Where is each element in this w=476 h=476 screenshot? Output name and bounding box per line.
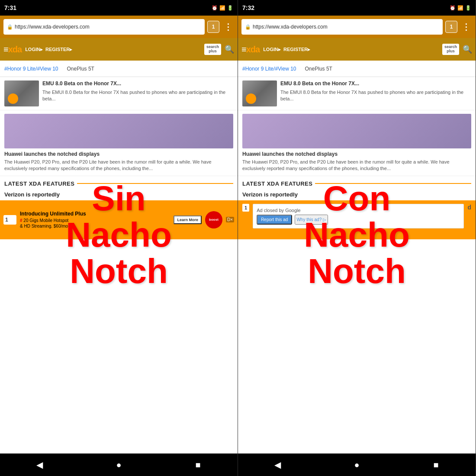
section-title-right: LATEST XDA FEATURES [242,180,312,187]
ad-line2-left: # 20 Gigs Mobile Hotspot [20,218,170,223]
status-bar-left: 7:31 ⏰ 📶 🔋 [0,0,238,16]
nav-bar-left: ≡xda LOGIN▸ REGISTER▸ searchplus 🔍 [0,38,238,61]
article-img-2-left [4,114,233,148]
search-icon-left[interactable]: 🔍 [225,45,234,54]
article-1-right[interactable]: EMU 8.0 Beta on the Honor 7X... The EMUI… [238,77,476,110]
search-plus-left[interactable]: searchplus [204,44,221,55]
section-line-right [315,183,471,184]
register-link-right[interactable]: REGISTER▸ [283,47,310,52]
tab-count-right[interactable]: 1 [445,21,457,33]
home-button-right[interactable]: ● [344,453,370,476]
ad-closed-area-right: 1 Ad closed by Google Report this ad Why… [238,200,476,239]
status-icons-right: ⏰ 📶 🔋 [450,5,471,11]
article-desc-2-left: The Huawei P20, P20 Pro, and the P20 Lit… [4,159,233,172]
right-panel: 7:32 ⏰ 📶 🔋 🔒 https://www.xda-developers.… [238,0,476,476]
content-area-right: Con Nacho Notch EMU 8.0 Beta on the Hono… [238,77,476,453]
tab-count-left[interactable]: 1 [207,21,219,33]
topic-honor-left[interactable]: #Honor 9 Lite/#View 10 [4,66,58,72]
topics-bar-left: #Honor 9 Lite/#View 10 OnePlus 5T [0,61,238,77]
section-header-left: LATEST XDA FEATURES [0,176,238,189]
article-thumb-1-right [242,80,277,106]
url-bar-right: 🔒 https://www.xda-developers.com 1 ⋮ [238,16,476,38]
article-desc-1-left: The EMUI 8.0 Beta for the Honor 7X has p… [42,89,233,103]
url-bar-left: 🔒 https://www.xda-developers.com 1 ⋮ [0,16,238,38]
section-line-left [77,183,233,184]
topic-honor-right[interactable]: #Honor 9 Lite/#View 10 [242,66,296,72]
article-desc-1-right: The EMUI 8.0 Beta for the Honor 7X has p… [280,89,471,103]
bottom-nav-left: ◀ ● ■ [0,453,238,476]
why-ad-button-right[interactable]: Why this ad? ▷ [295,215,328,225]
search-plus-right[interactable]: searchplus [442,44,459,55]
nav-bar-right: ≡xda LOGIN▸ REGISTER▸ searchplus 🔍 [238,38,476,61]
search-icon-right[interactable]: 🔍 [463,45,472,54]
verizon-strip-right: Verizon is reportedly [238,189,476,200]
article-title-2-right: Huawei launches the notched displays [242,151,471,157]
article-title-2-left: Huawei launches the notched displays [4,151,233,157]
left-panel: 7:31 ⏰ 📶 🔋 🔒 https://www.xda-developers.… [0,0,238,476]
section-title-left: LATEST XDA FEATURES [4,180,74,187]
article-title-1-left: EMU 8.0 Beta on the Honor 7X... [42,80,233,87]
nav-links-left: LOGIN▸ REGISTER▸ [25,47,201,52]
home-button-left[interactable]: ● [106,453,132,476]
boost-logo-left: boost [205,211,222,228]
report-ad-button-right[interactable]: Report this ad [257,215,292,225]
lock-icon-right: 🔒 [245,24,251,30]
status-time-left: 7:31 [4,4,16,11]
article-2-right[interactable]: Huawei launches the notched displays The… [238,110,476,176]
lock-icon-left: 🔒 [7,24,13,30]
ad-badge-left: D× [226,217,234,222]
login-link-right[interactable]: LOGIN▸ [263,47,281,52]
ad-num-right: 1 [242,204,249,212]
ad-closed-title-right: Ad closed by Google [257,208,460,213]
login-link-left[interactable]: LOGIN▸ [25,47,43,52]
url-field-left[interactable]: 🔒 https://www.xda-developers.com [3,19,205,35]
url-text-left: https://www.xda-developers.com [15,24,90,30]
status-time-right: 7:32 [242,4,254,11]
xda-logo-left: ≡xda [3,45,22,55]
article-title-1-right: EMU 8.0 Beta on the Honor 7X... [280,80,471,87]
status-icons-left: ⏰ 📶 🔋 [212,5,233,11]
article-desc-2-right: The Huawei P20, P20 Pro, and the P20 Lit… [242,159,471,172]
topic-oneplus-right[interactable]: OnePlus 5T [305,66,332,72]
ad-right-d-right: d [467,204,471,211]
article-thumb-1-left [4,80,39,106]
ad-number-left: 1 [5,217,8,223]
ad-line3-left: & HD Streaming. $60/mo. [20,223,170,229]
back-button-right[interactable]: ◀ [265,453,291,476]
recent-button-right[interactable]: ■ [423,453,449,476]
url-field-right[interactable]: 🔒 https://www.xda-developers.com [241,19,443,35]
article-img-2-right [242,114,471,148]
ad-intro-left: Introducing Unlimited Plus [20,211,170,217]
article-content-1-left: EMU 8.0 Beta on the Honor 7X... The EMUI… [42,80,233,106]
article-2-left[interactable]: Huawei launches the notched displays The… [0,110,238,176]
ad-closed-buttons-right: Report this ad Why this ad? ▷ [257,215,460,225]
content-area-left: Sin Nacho Notch EMU 8.0 Beta on the Hono… [0,77,238,453]
more-menu-left[interactable]: ⋮ [222,22,234,32]
ad-text-left: Introducing Unlimited Plus # 20 Gigs Mob… [20,211,170,229]
more-menu-right[interactable]: ⋮ [460,22,472,32]
nav-links-right: LOGIN▸ REGISTER▸ [263,47,439,52]
url-text-right: https://www.xda-developers.com [253,24,328,30]
recent-button-left[interactable]: ■ [185,453,211,476]
back-button-left[interactable]: ◀ [27,453,53,476]
verizon-strip-left: Verizon is reportedly [0,189,238,200]
status-bar-right: 7:32 ⏰ 📶 🔋 [238,0,476,16]
topics-bar-right: #Honor 9 Lite/#View 10 OnePlus 5T [238,61,476,77]
ad-banner-left[interactable]: 1 Introducing Unlimited Plus # 20 Gigs M… [0,200,238,239]
section-header-right: LATEST XDA FEATURES [238,176,476,189]
article-content-1-right: EMU 8.0 Beta on the Honor 7X... The EMUI… [280,80,471,106]
ad-closed-box-right: Ad closed by Google Report this ad Why t… [253,204,464,228]
article-1-left[interactable]: EMU 8.0 Beta on the Honor 7X... The EMUI… [0,77,238,110]
bottom-nav-right: ◀ ● ■ [238,453,476,476]
register-link-left[interactable]: REGISTER▸ [45,47,72,52]
topic-oneplus-left[interactable]: OnePlus 5T [67,66,94,72]
xda-logo-right: ≡xda [241,45,260,55]
learn-more-button-left[interactable]: Learn More [174,215,202,224]
